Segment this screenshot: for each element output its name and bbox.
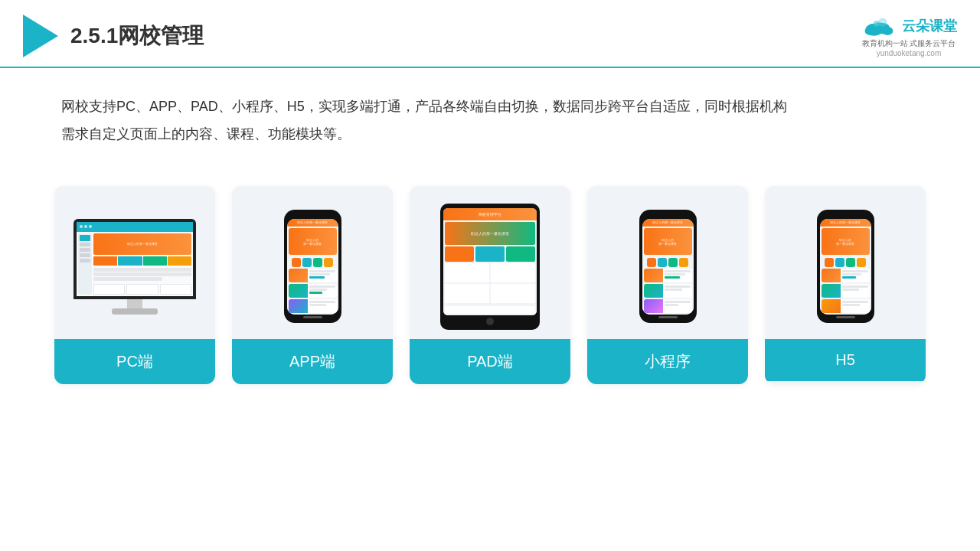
miniapp-phone-icon: 职达人的第一量化课堂 职达人的第一量化课堂: [639, 210, 697, 323]
card-miniapp-image: 职达人的第一量化课堂 职达人的第一量化课堂: [587, 186, 748, 339]
description-text: 网校支持PC、APP、PAD、小程序、H5，实现多端打通，产品各终端自由切换，数…: [0, 68, 980, 148]
cards-section: 职达人的第一量化课堂: [0, 155, 980, 384]
brand-url: yunduoketang.com: [877, 49, 942, 57]
card-app-label: APP端: [232, 339, 393, 384]
brand-area: 云朵课堂 教育机构一站 式服务云平台 yunduoketang.com: [861, 14, 957, 57]
brand-tagline: 教育机构一站 式服务云平台: [862, 38, 956, 49]
card-h5: 职达人的第一量化课堂 职达人的第一量化课堂: [765, 186, 926, 384]
page-header: 2.5.1网校管理 云朵课堂 教育机构一站 式服务云平台 yunduoketan…: [0, 0, 980, 68]
card-app-image: 职达人的第一量化课堂 职达人的第一量化课堂: [232, 186, 393, 339]
cloud-icon: [861, 14, 897, 38]
card-pc-label: PC端: [54, 339, 215, 384]
description-paragraph: 网校支持PC、APP、PAD、小程序、H5，实现多端打通，产品各终端自由切换，数…: [61, 93, 919, 148]
page-title: 2.5.1网校管理: [70, 21, 204, 51]
app-phone-icon: 职达人的第一量化课堂 职达人的第一量化课堂: [284, 210, 341, 323]
card-h5-label: H5: [765, 339, 926, 381]
brand-logo: 云朵课堂: [861, 14, 957, 38]
svg-point-6: [878, 18, 887, 27]
h5-phone-icon: 职达人的第一量化课堂 职达人的第一量化课堂: [817, 210, 874, 323]
pad-tablet-icon: 网校管理平台 职达人的第一量化课堂: [440, 204, 540, 330]
card-pc: 职达人的第一量化课堂: [54, 186, 215, 384]
card-pc-image: 职达人的第一量化课堂: [54, 186, 215, 339]
card-app: 职达人的第一量化课堂 职达人的第一量化课堂: [232, 186, 393, 384]
card-miniapp-label: 小程序: [587, 339, 748, 384]
card-miniapp: 职达人的第一量化课堂 职达人的第一量化课堂: [587, 186, 748, 384]
card-pad: 网校管理平台 职达人的第一量化课堂: [410, 186, 570, 384]
card-pad-image: 网校管理平台 职达人的第一量化课堂: [410, 186, 570, 339]
card-pad-label: PAD端: [410, 339, 570, 384]
header-left: 2.5.1网校管理: [23, 15, 204, 57]
brand-name: 云朵课堂: [902, 17, 957, 35]
logo-triangle-icon: [23, 15, 58, 57]
card-h5-image: 职达人的第一量化课堂 职达人的第一量化课堂: [765, 186, 926, 339]
pc-monitor-icon: 职达人的第一量化课堂: [74, 219, 196, 315]
